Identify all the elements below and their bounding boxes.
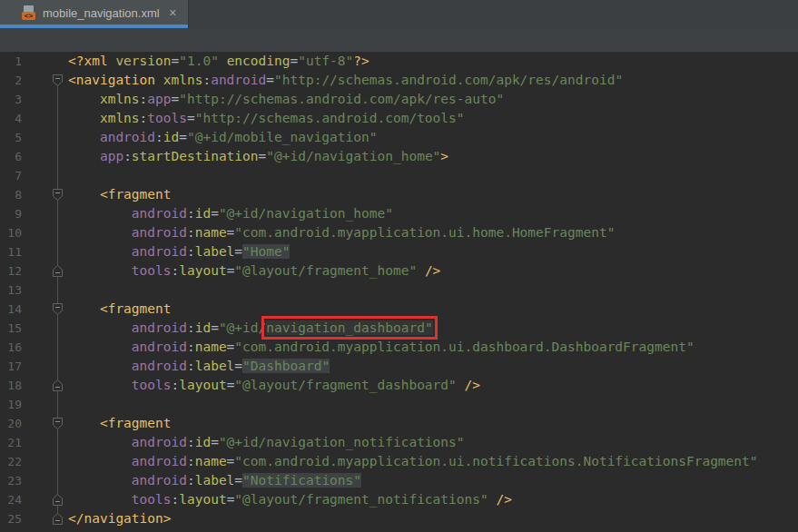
- fold-start-icon[interactable]: [52, 417, 64, 430]
- toolbar-strip: [0, 28, 798, 52]
- code-line[interactable]: 1<?xml version="1.0" encoding="utf-8"?>: [0, 52, 798, 71]
- code-line[interactable]: 25</navigation>: [0, 509, 798, 528]
- code-line[interactable]: 10 android:name="com.android.myapplicati…: [0, 223, 798, 242]
- gutter-fold-cell: [22, 185, 68, 204]
- fold-start-icon[interactable]: [52, 188, 64, 202]
- code-text: xmlns:tools="http://schemas.android.com/…: [68, 109, 798, 128]
- code-text: </navigation>: [68, 509, 798, 528]
- editor[interactable]: 1<?xml version="1.0" encoding="utf-8"?>2…: [0, 52, 798, 532]
- line-number: 24: [0, 490, 22, 509]
- line-number: 11: [0, 242, 22, 261]
- line-number: 18: [0, 376, 22, 395]
- gutter-fold-cell: [22, 128, 68, 147]
- line-number: 8: [0, 185, 22, 204]
- line-number: 4: [0, 109, 22, 128]
- line-number: 14: [0, 300, 22, 319]
- gutter-fold-cell: [22, 204, 68, 223]
- fold-end-icon[interactable]: [52, 264, 64, 278]
- fold-end-icon[interactable]: [52, 512, 64, 526]
- code-text: tools:layout="@layout/fragment_notificat…: [68, 490, 798, 509]
- gutter-fold-cell: [22, 395, 68, 414]
- code-text: xmlns:app="http://schemas.android.com/ap…: [68, 90, 798, 109]
- gutter-fold-cell: [22, 71, 68, 90]
- code-text: <navigation xmlns:android="http://schema…: [68, 71, 798, 90]
- gutter-fold-cell: [22, 242, 68, 261]
- code-text: android:id="@+id/navigation_home": [68, 204, 798, 223]
- line-number: 10: [0, 223, 22, 242]
- code-text: android:name="com.android.myapplication.…: [68, 452, 798, 471]
- tab-label: mobile_navigation.xml: [43, 6, 160, 20]
- code-text: android:name="com.android.myapplication.…: [68, 223, 798, 242]
- code-line[interactable]: 6 app:startDestination="@+id/navigation_…: [0, 147, 798, 166]
- code-line[interactable]: 24 tools:layout="@layout/fragment_notifi…: [0, 490, 798, 509]
- code-text: <fragment: [68, 414, 798, 433]
- gutter-fold-cell: [22, 281, 68, 300]
- gutter-fold-cell: [22, 452, 68, 471]
- code-line[interactable]: 11 android:label="Home": [0, 242, 798, 261]
- code-text: <fragment: [68, 300, 798, 319]
- tab-mobile-navigation-xml[interactable]: <> mobile_navigation.xml ✕: [0, 0, 189, 28]
- line-number: 22: [0, 452, 22, 471]
- code-line[interactable]: 19: [0, 395, 798, 414]
- code-line[interactable]: 21 android:id="@+id/navigation_notificat…: [0, 433, 798, 452]
- gutter-fold-cell: [22, 261, 68, 281]
- red-annotation-box: navigation_dashboard": [266, 320, 432, 335]
- code-text: app:startDestination="@+id/navigation_ho…: [68, 147, 798, 166]
- line-number: 17: [0, 357, 22, 376]
- gutter-fold-cell: [22, 166, 68, 185]
- code-line[interactable]: 23 android:label="Notifications": [0, 471, 798, 490]
- fold-end-icon[interactable]: [52, 379, 64, 392]
- code-line[interactable]: 17 android:label="Dashboard": [0, 357, 798, 376]
- code-line[interactable]: 18 tools:layout="@layout/fragment_dashbo…: [0, 376, 798, 395]
- line-number: 13: [0, 281, 22, 300]
- code-line[interactable]: 20 <fragment: [0, 414, 798, 433]
- gutter-fold-cell: [22, 471, 68, 490]
- line-number: 19: [0, 395, 22, 414]
- line-number: 3: [0, 90, 22, 109]
- gutter-fold-cell: [22, 147, 68, 166]
- code-text: <fragment: [68, 185, 798, 204]
- code-line[interactable]: 2<navigation xmlns:android="http://schem…: [0, 71, 798, 90]
- code-text: [68, 395, 798, 414]
- code-line[interactable]: 14 <fragment: [0, 300, 798, 319]
- code-line[interactable]: 7: [0, 166, 798, 185]
- code-line[interactable]: 22 android:name="com.android.myapplicati…: [0, 452, 798, 471]
- code-line[interactable]: 9 android:id="@+id/navigation_home": [0, 204, 798, 223]
- gutter-fold-cell: [22, 52, 68, 71]
- line-number: 12: [0, 261, 22, 281]
- line-number: 25: [0, 509, 22, 528]
- line-number: 21: [0, 433, 22, 452]
- gutter-fold-cell: [22, 223, 68, 242]
- code-text: android:label="Notifications": [68, 471, 798, 490]
- code-text: android:id="@+id/mobile_navigation": [68, 128, 798, 147]
- gutter-fold-cell: [22, 414, 68, 433]
- code-text: <?xml version="1.0" encoding="utf-8"?>: [68, 52, 798, 71]
- gutter-fold-cell: [22, 300, 68, 319]
- code-line[interactable]: 3 xmlns:app="http://schemas.android.com/…: [0, 90, 798, 109]
- code-line[interactable]: 5 android:id="@+id/mobile_navigation": [0, 128, 798, 147]
- code-line[interactable]: 15 android:id="@+id/navigation_dashboard…: [0, 319, 798, 338]
- code-line[interactable]: 12 tools:layout="@layout/fragment_home" …: [0, 261, 798, 281]
- close-icon[interactable]: ✕: [169, 8, 177, 18]
- string-resource-value: "Notifications": [242, 473, 361, 488]
- line-number: 16: [0, 338, 22, 357]
- code-line[interactable]: 16 android:name="com.android.myapplicati…: [0, 338, 798, 357]
- fold-start-icon[interactable]: [52, 302, 64, 316]
- fold-start-icon[interactable]: [52, 74, 64, 87]
- code-text: [68, 166, 798, 185]
- code-line[interactable]: 8 <fragment: [0, 185, 798, 204]
- gutter-fold-cell: [22, 376, 68, 395]
- line-number: 1: [0, 52, 22, 71]
- gutter-fold-cell: [22, 509, 68, 528]
- code-line[interactable]: 4 xmlns:tools="http://schemas.android.co…: [0, 109, 798, 128]
- gutter-fold-cell: [22, 357, 68, 376]
- line-number: 5: [0, 128, 22, 147]
- gutter-fold-cell: [22, 433, 68, 452]
- gutter-fold-cell: [22, 338, 68, 357]
- string-resource-value: "Dashboard": [242, 359, 330, 373]
- code-text: tools:layout="@layout/fragment_home" />: [68, 261, 798, 281]
- fold-end-icon[interactable]: [52, 493, 64, 507]
- editor-tab-bar: <> mobile_navigation.xml ✕: [0, 0, 798, 28]
- code-line[interactable]: 13: [0, 281, 798, 300]
- line-number: 20: [0, 414, 22, 433]
